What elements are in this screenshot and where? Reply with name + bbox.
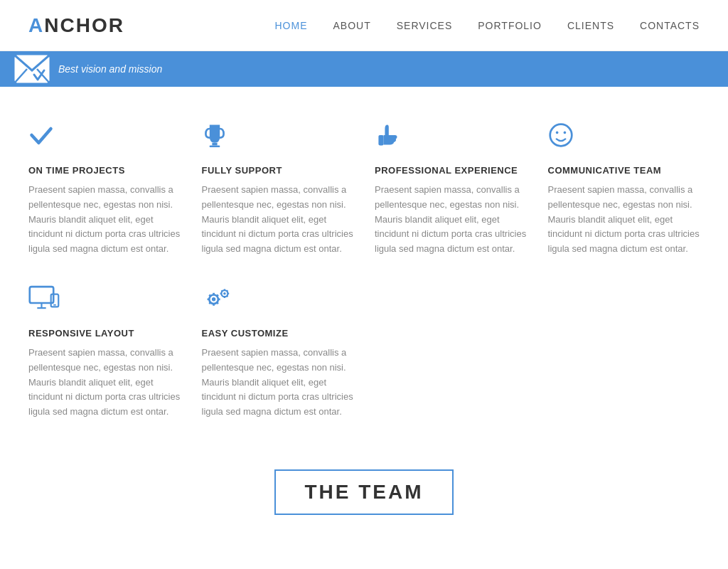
svg-rect-3: [212, 143, 217, 146]
svg-point-25: [223, 292, 226, 295]
nav-clients[interactable]: CLIENTS: [567, 20, 614, 31]
gears-icon: [202, 285, 354, 317]
feature-communicative-title: COMMUNICATIVE TEAM: [548, 165, 700, 176]
monitor-icon: [28, 285, 181, 317]
svg-point-15: [211, 297, 215, 301]
feature-fully-support-text: Praesent sapien massa, convallis a pelle…: [202, 183, 354, 257]
nav-home[interactable]: HOME: [274, 20, 307, 31]
feature-responsive-text: Praesent sapien massa, convallis a pelle…: [28, 346, 181, 420]
feature-easy-customize-title: EASY CUSTOMIZE: [202, 328, 354, 339]
team-title: THE TEAM: [274, 469, 453, 515]
trophy-icon: [202, 122, 354, 154]
features-grid: ON TIME PROJECTS Praesent sapien massa, …: [28, 122, 700, 420]
nav-about[interactable]: ABOUT: [333, 20, 370, 31]
header: ANCHOR HOME ABOUT SERVICES PORTFOLIO CLI…: [0, 0, 728, 51]
feature-easy-customize-text: Praesent sapien massa, convallis a pelle…: [202, 346, 354, 420]
svg-point-8: [563, 132, 566, 134]
nav-services[interactable]: SERVICES: [397, 20, 453, 31]
team-section: THE TEAM: [0, 441, 728, 529]
feature-professional-title: PROFESSIONAL EXPERIENCE: [375, 165, 527, 176]
svg-rect-5: [378, 135, 383, 145]
logo-a: A: [28, 14, 44, 36]
nav-contacts[interactable]: CONTACTS: [640, 20, 700, 31]
feature-communicative: COMMUNICATIVE TEAM Praesent sapien massa…: [548, 122, 700, 257]
feature-fully-support-title: FULLY SUPPORT: [202, 165, 354, 176]
svg-line-20: [209, 294, 210, 296]
feature-responsive-title: RESPONSIVE LAYOUT: [28, 328, 181, 339]
feature-on-time-title: ON TIME PROJECTS: [28, 165, 181, 176]
feature-on-time: ON TIME PROJECTS Praesent sapien massa, …: [28, 122, 181, 257]
feature-responsive: RESPONSIVE LAYOUT Praesent sapien massa,…: [28, 285, 181, 420]
hero-tagline: Best vision and mission: [58, 63, 162, 75]
svg-line-21: [217, 302, 218, 304]
feature-communicative-text: Praesent sapien massa, convallis a pelle…: [548, 183, 700, 257]
thumbsup-icon: [375, 122, 527, 154]
nav-portfolio[interactable]: PORTFOLIO: [478, 20, 542, 31]
feature-fully-support: FULLY SUPPORT Praesent sapien massa, con…: [202, 122, 354, 257]
main-nav: HOME ABOUT SERVICES PORTFOLIO CLIENTS CO…: [274, 20, 700, 31]
svg-rect-4: [209, 145, 219, 147]
hero-icon: [14, 55, 50, 83]
svg-rect-9: [30, 287, 53, 303]
svg-line-32: [227, 290, 228, 291]
logo-nchor: NCHOR: [44, 14, 124, 36]
feature-on-time-text: Praesent sapien massa, convallis a pelle…: [28, 183, 181, 257]
svg-line-22: [217, 294, 218, 296]
svg-line-31: [227, 296, 228, 297]
feature-professional: PROFESSIONAL EXPERIENCE Praesent sapien …: [375, 122, 527, 257]
logo: ANCHOR: [28, 14, 124, 37]
features-section: ON TIME PROJECTS Praesent sapien massa, …: [0, 87, 728, 441]
svg-line-30: [221, 290, 222, 291]
svg-point-7: [555, 132, 558, 134]
hero-banner: Best vision and mission: [0, 51, 728, 87]
face-icon: [548, 122, 700, 154]
feature-easy-customize: EASY CUSTOMIZE Praesent sapien massa, co…: [202, 285, 354, 420]
check-icon: [28, 122, 181, 154]
svg-line-23: [209, 302, 210, 304]
svg-point-6: [550, 124, 572, 147]
feature-professional-text: Praesent sapien massa, convallis a pelle…: [375, 183, 527, 257]
